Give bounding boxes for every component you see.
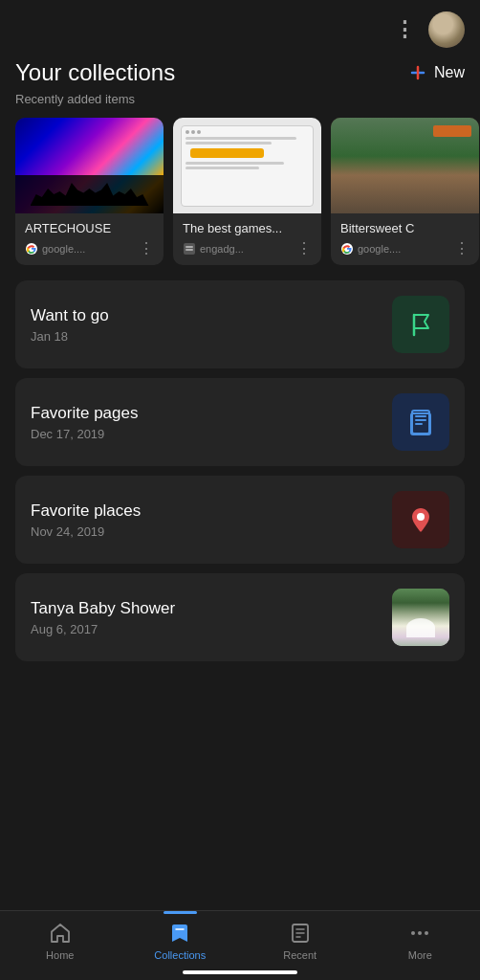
recent-card-games[interactable]: The best games... engadg... ⋮	[173, 118, 321, 265]
bar	[190, 148, 265, 158]
recent-card-artechouse[interactable]: ARTECHOUSE google.... ⋮	[15, 118, 164, 265]
favorite-places-icon-box	[392, 491, 449, 548]
menu-icon[interactable]: ⋮	[394, 17, 417, 42]
google-icon	[340, 242, 354, 256]
card-menu-icon[interactable]: ⋮	[454, 239, 469, 257]
collection-name: Want to go	[31, 306, 109, 325]
store-sign	[433, 125, 471, 137]
games-image	[173, 118, 321, 213]
subtitle: Recently added items	[0, 90, 480, 118]
svg-point-19	[411, 931, 415, 935]
svg-point-21	[425, 931, 428, 935]
recent-card-bittersweet[interactable]: Bittersweet C google.... ⋮	[331, 118, 479, 265]
more-label: More	[408, 949, 432, 961]
nav-item-collections[interactable]: Collections	[120, 921, 241, 961]
svg-point-20	[418, 931, 422, 935]
plus-icon	[407, 62, 428, 83]
collection-info: Want to go Jan 18	[31, 306, 109, 344]
collection-date: Dec 17, 2019	[31, 427, 138, 441]
collection-date: Jan 18	[31, 329, 109, 344]
dot1	[185, 130, 189, 134]
card-meta: engadg... ⋮	[183, 239, 312, 257]
collection-item-favorite-places[interactable]: Favorite places Nov 24, 2019	[15, 476, 465, 564]
source-info: google....	[25, 242, 85, 256]
silhouette	[31, 177, 149, 206]
collection-info: Favorite places Nov 24, 2019	[31, 501, 141, 539]
avatar[interactable]	[428, 11, 465, 48]
arch	[406, 618, 435, 637]
home-icon	[48, 921, 73, 946]
card-menu-icon[interactable]: ⋮	[139, 239, 154, 257]
svg-rect-4	[185, 246, 193, 248]
bookmark-icon	[167, 921, 192, 946]
line1	[185, 137, 297, 140]
svg-point-13	[417, 513, 425, 521]
collection-item-want-to-go[interactable]: Want to go Jan 18	[15, 280, 465, 368]
top-bar: ⋮	[0, 0, 480, 56]
card-info: ARTECHOUSE google.... ⋮	[15, 213, 164, 265]
collections-list: Want to go Jan 18 Favorite pages Dec 17,…	[0, 280, 480, 661]
bittersweet-image	[331, 118, 479, 213]
home-label: Home	[46, 949, 74, 961]
collection-name: Favorite places	[31, 501, 141, 521]
page-header: Your collections New	[0, 56, 480, 90]
artechouse-image	[15, 118, 164, 213]
favorite-pages-icon-box	[392, 393, 449, 451]
source-info: engadg...	[183, 242, 244, 256]
nav-item-recent[interactable]: Recent	[240, 921, 360, 961]
collection-name: Favorite pages	[31, 404, 138, 423]
source-info: google....	[340, 242, 401, 256]
nav-item-more[interactable]: More	[360, 921, 481, 961]
new-label: New	[434, 64, 465, 81]
baby-shower-image	[392, 589, 449, 646]
svg-rect-5	[185, 249, 193, 251]
engadget-icon	[183, 242, 196, 256]
new-button[interactable]: New	[407, 62, 465, 83]
card-title: Bittersweet C	[340, 221, 469, 235]
collection-date: Aug 6, 2017	[31, 622, 175, 636]
card-title: The best games...	[183, 221, 312, 235]
browser-dots	[185, 130, 310, 134]
flag-icon	[405, 309, 436, 340]
card-meta: google.... ⋮	[25, 239, 154, 257]
collection-info: Tanya Baby Shower Aug 6, 2017	[31, 599, 175, 636]
dot3	[197, 130, 201, 134]
recent-label: Recent	[283, 949, 316, 961]
active-indicator	[164, 911, 197, 914]
collection-date: Nov 24, 2019	[31, 524, 141, 539]
card-menu-icon[interactable]: ⋮	[296, 239, 312, 257]
collections-label: Collections	[154, 949, 206, 961]
line3	[185, 162, 285, 165]
page-title: Your collections	[15, 59, 175, 86]
source-text: engadg...	[200, 243, 244, 255]
line2	[185, 142, 273, 145]
collection-name: Tanya Baby Shower	[31, 599, 175, 618]
want-to-go-icon-box	[392, 296, 449, 353]
outdoor-scene	[392, 589, 449, 646]
recent-icon	[288, 921, 313, 946]
card-meta: google.... ⋮	[340, 239, 469, 257]
google-icon	[25, 242, 38, 256]
card-info: The best games... engadg... ⋮	[173, 213, 321, 265]
dot2	[191, 130, 195, 134]
nav-item-home[interactable]: Home	[0, 921, 120, 961]
collection-item-favorite-pages[interactable]: Favorite pages Dec 17, 2019	[15, 378, 465, 466]
source-text: google....	[358, 243, 401, 255]
more-icon	[407, 921, 432, 946]
baby-shower-thumbnail	[392, 589, 449, 646]
source-text: google....	[42, 243, 85, 255]
pin-icon	[404, 503, 437, 536]
recent-items-list: ARTECHOUSE google.... ⋮	[0, 118, 480, 280]
card-info: Bittersweet C google.... ⋮	[331, 213, 479, 265]
collection-info: Favorite pages Dec 17, 2019	[31, 404, 138, 441]
card-title: ARTECHOUSE	[25, 221, 154, 235]
line4	[185, 167, 260, 169]
collection-item-tanya-baby-shower[interactable]: Tanya Baby Shower Aug 6, 2017	[15, 573, 465, 661]
browser-mockup	[181, 125, 315, 207]
document-icon	[404, 406, 437, 438]
home-indicator	[183, 970, 297, 974]
